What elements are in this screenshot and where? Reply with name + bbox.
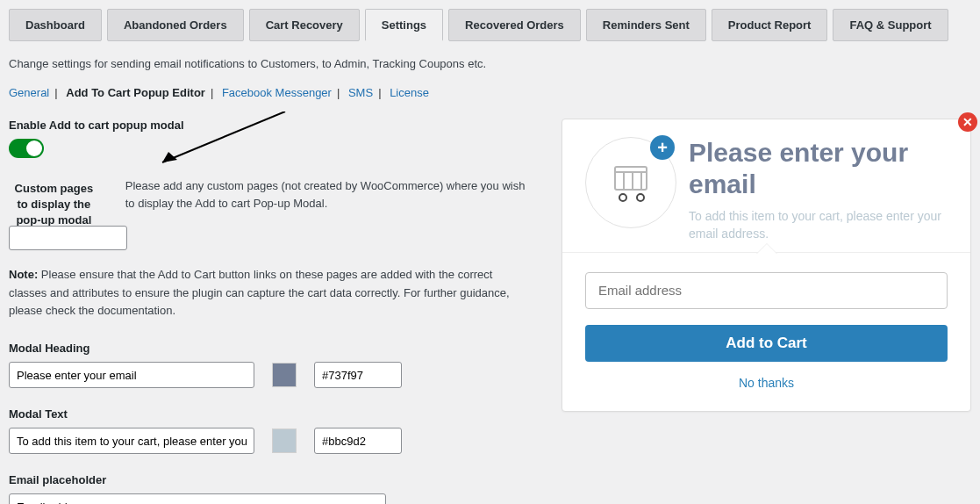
setting-subtabs: General| Add To Cart Popup Editor| Faceb… <box>9 86 971 99</box>
subtab-sms[interactable]: SMS <box>348 86 373 99</box>
preview-heading: Please enter your email <box>689 137 948 200</box>
no-thanks-link[interactable]: No thanks <box>585 376 948 390</box>
cart-icon: + <box>585 137 676 228</box>
modal-text-input[interactable] <box>9 428 254 454</box>
email-placeholder-label: Email placeholder <box>9 473 526 486</box>
popup-preview: ✕ + <box>562 119 971 412</box>
enable-popup-label: Enable Add to cart popup modal <box>9 119 526 132</box>
modal-text-color-input[interactable] <box>314 428 402 454</box>
svg-point-7 <box>619 194 626 201</box>
enable-popup-toggle[interactable] <box>9 139 44 158</box>
preview-email-input[interactable] <box>585 272 948 309</box>
subtab-general[interactable]: General <box>9 86 49 99</box>
plus-icon: + <box>650 135 675 160</box>
custom-pages-input[interactable] <box>9 226 127 250</box>
main-tabs: Dashboard Abandoned Orders Cart Recovery… <box>9 9 971 41</box>
custom-pages-help: Please add any custom pages (not created… <box>125 177 526 212</box>
page-description: Change settings for sending email notifi… <box>9 57 971 70</box>
modal-heading-color-swatch[interactable] <box>272 363 297 387</box>
modal-heading-label: Modal Heading <box>9 342 526 355</box>
tab-recovered-orders[interactable]: Recovered Orders <box>448 9 581 41</box>
email-placeholder-input[interactable] <box>9 493 386 504</box>
tab-dashboard[interactable]: Dashboard <box>9 9 102 41</box>
subtab-atc[interactable]: Add To Cart Popup Editor <box>66 86 205 99</box>
modal-text-label: Modal Text <box>9 407 526 421</box>
tab-faq-support[interactable]: FAQ & Support <box>833 9 948 41</box>
tab-abandoned-orders[interactable]: Abandoned Orders <box>107 9 244 41</box>
note-text: Note: Please ensure that the Add to Cart… <box>9 266 526 320</box>
settings-form: Enable Add to cart popup modal Custom pa… <box>9 119 526 504</box>
subtab-facebook-messenger[interactable]: Facebook Messenger <box>222 86 332 99</box>
add-to-cart-button[interactable]: Add to Cart <box>585 325 948 362</box>
modal-text-color-swatch[interactable] <box>272 428 297 453</box>
tab-product-report[interactable]: Product Report <box>712 9 828 41</box>
tab-cart-recovery[interactable]: Cart Recovery <box>249 9 360 41</box>
modal-heading-color-input[interactable] <box>314 362 402 388</box>
tab-settings[interactable]: Settings <box>365 9 443 41</box>
svg-point-8 <box>637 194 644 201</box>
subtab-license[interactable]: License <box>390 86 429 99</box>
modal-heading-input[interactable] <box>9 362 254 388</box>
svg-marker-1 <box>162 152 177 162</box>
tab-reminders-sent[interactable]: Reminders Sent <box>586 9 706 41</box>
close-icon[interactable]: ✕ <box>958 112 977 132</box>
preview-text: To add this item to your cart, please en… <box>689 207 948 243</box>
